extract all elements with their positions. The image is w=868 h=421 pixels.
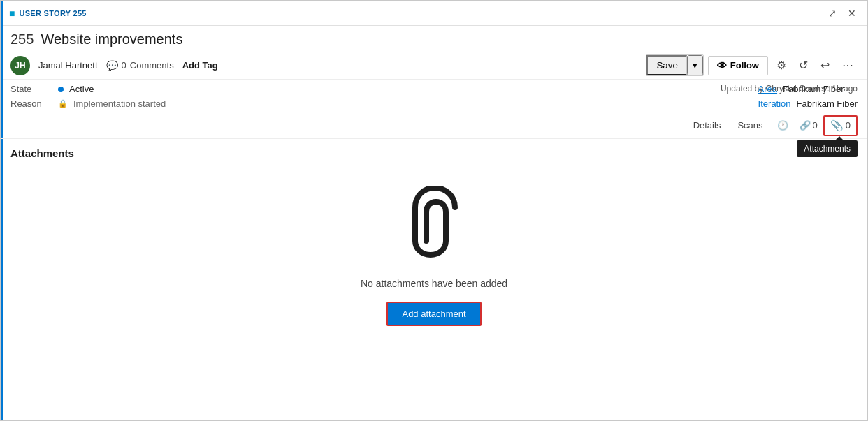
paperclip-icon: 📎 xyxy=(830,119,844,132)
comments-count: 0 xyxy=(122,60,126,71)
reason-value: Implementation started xyxy=(73,98,166,109)
link-icon: 🔗 xyxy=(800,120,811,131)
work-item-title-row: 255 Website improvements xyxy=(1,26,867,52)
close-button[interactable]: ✕ xyxy=(845,6,859,20)
attachments-button[interactable]: 📎 0 xyxy=(823,115,858,136)
comment-icon: 💬 xyxy=(106,60,118,71)
reason-field: Reason 🔒 Implementation started xyxy=(10,98,730,109)
work-item-title[interactable]: Website improvements xyxy=(41,31,182,47)
tab-details[interactable]: Details xyxy=(685,116,730,135)
history-button[interactable]: 🕐 xyxy=(772,117,794,134)
iteration-label[interactable]: Iteration xyxy=(758,98,791,109)
reason-label: Reason xyxy=(10,98,52,109)
attachments-tooltip: Attachments xyxy=(797,140,858,157)
collapse-button[interactable]: ⤢ xyxy=(825,6,839,20)
eye-icon: 👁 xyxy=(717,60,727,71)
state-value: Active xyxy=(69,84,94,94)
work-item-type-icon: ■ xyxy=(9,8,15,19)
undo-button[interactable]: ↩ xyxy=(816,56,834,75)
content-area: Attachments No attachments have been add… xyxy=(1,139,867,326)
iteration-field: Iteration Fabrikam Fiber xyxy=(758,98,858,109)
more-button[interactable]: ⋯ xyxy=(838,56,858,75)
save-button-group: Save ▾ xyxy=(646,54,703,76)
lock-icon: 🔒 xyxy=(58,99,68,108)
add-attachment-button[interactable]: Add attachment xyxy=(386,302,481,326)
toolbar-row: JH Jamal Hartnett 💬 0 Comments Add Tag S… xyxy=(1,52,867,80)
work-item-number: 255 xyxy=(10,31,34,47)
links-count: 0 xyxy=(813,120,818,131)
avatar: JH xyxy=(10,56,30,75)
updated-text: Updated by Chrystal Comley: 1h ago xyxy=(721,84,858,94)
tab-scans[interactable]: Scans xyxy=(729,116,771,135)
state-dot xyxy=(58,87,64,92)
attachments-count: 0 xyxy=(846,120,851,131)
attachments-section-title: Attachments xyxy=(1,139,867,162)
links-button[interactable]: 🔗 0 xyxy=(794,117,823,134)
no-attachments-text: No attachments have been added xyxy=(1,278,867,289)
title-bar: ■ USER STORY 255 ⤢ ✕ xyxy=(1,1,867,26)
comments-label: Comments xyxy=(130,60,174,71)
settings-button[interactable]: ⚙ xyxy=(772,56,790,75)
title-bar-text: USER STORY 255 xyxy=(19,9,86,17)
chevron-down-icon: ▾ xyxy=(693,60,697,71)
meta-row: State Active Reason 🔒 Implementation sta… xyxy=(1,80,867,112)
add-tag-button[interactable]: Add Tag xyxy=(182,60,218,71)
attachment-large-icon xyxy=(392,183,476,267)
state-label: State xyxy=(10,84,52,94)
refresh-button[interactable]: ↺ xyxy=(795,56,812,75)
tabs-row: Details Scans 🕐 🔗 0 📎 0 Attachments xyxy=(1,112,867,139)
iteration-value: Fabrikam Fiber xyxy=(797,98,858,109)
author-name: Jamal Hartnett xyxy=(38,60,98,71)
comments-button[interactable]: 💬 0 Comments xyxy=(106,60,174,71)
state-field: State Active xyxy=(10,84,730,94)
save-chevron-button[interactable]: ▾ xyxy=(687,55,703,75)
save-button[interactable]: Save xyxy=(646,55,686,75)
history-icon: 🕐 xyxy=(777,120,788,131)
follow-button[interactable]: 👁 Follow xyxy=(708,56,768,75)
